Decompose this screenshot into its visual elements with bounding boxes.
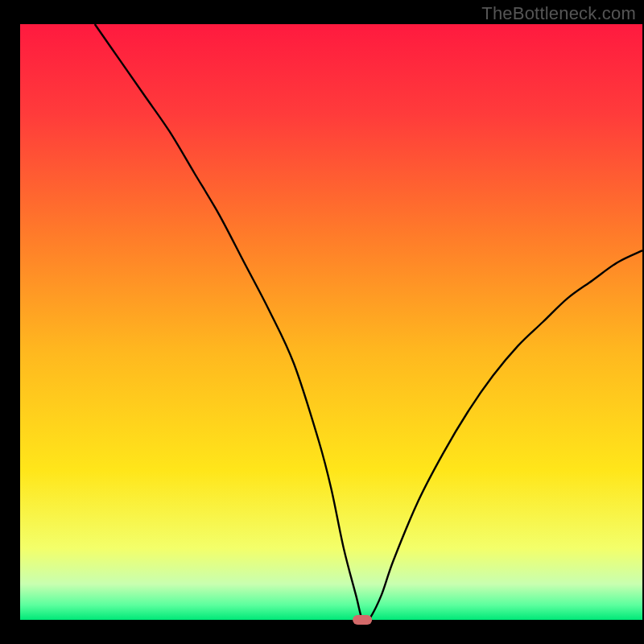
gradient-background — [20, 24, 642, 620]
attribution-text: TheBottleneck.com — [481, 3, 636, 24]
bottleneck-chart — [0, 0, 644, 644]
optimal-marker — [353, 615, 372, 625]
